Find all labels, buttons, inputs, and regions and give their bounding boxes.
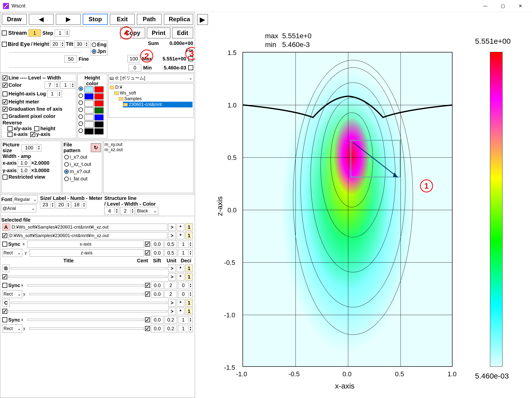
restricted-checkbox[interactable]: [2, 175, 8, 180]
picsize-section: Picture size 100▲▼ Width - amp x-axis 1.…: [0, 139, 195, 194]
heightlog-checkbox[interactable]: [2, 91, 8, 96]
prev-button[interactable]: ◀: [29, 14, 54, 25]
struct-width[interactable]: 2▲▼: [120, 207, 135, 215]
max-scale[interactable]: 100: [128, 55, 140, 62]
color-radio-2[interactable]: [78, 93, 83, 98]
color-radio-7[interactable]: [78, 128, 83, 133]
file-list[interactable]: m_xy.out m_xz.out: [103, 141, 194, 193]
file-item[interactable]: m_xy.out: [104, 142, 192, 147]
rev-h-checkbox[interactable]: [34, 126, 39, 131]
colorbar: [490, 52, 502, 367]
tilt-label: Tilt: [66, 41, 73, 47]
z-axis-label: z-axis: [216, 196, 224, 216]
step-spinner[interactable]: 1▲▼: [55, 29, 70, 37]
color-checkbox[interactable]: [2, 83, 8, 88]
heightlog-spinner[interactable]: 1▲▼: [47, 90, 62, 97]
rev-x-checkbox[interactable]: [8, 132, 12, 137]
pattern-radio-1[interactable]: [64, 155, 69, 159]
height-spinner[interactable]: 20▲▼: [50, 40, 65, 48]
min-scale[interactable]: 0: [129, 64, 141, 71]
birdeye-row: Bird Eye / Height 20▲▼ Tilt 30▲▼ 50 Fine…: [0, 39, 195, 72]
print-button[interactable]: Print: [147, 27, 170, 38]
star-button[interactable]: *: [177, 223, 184, 231]
eng-radio[interactable]: [92, 42, 96, 47]
yaxis-amp[interactable]: 1.0: [18, 167, 30, 174]
font-family-select[interactable]: @Arial⌄: [1, 204, 36, 212]
drive-select[interactable]: 🖴 d: [ボリューム]⌄: [108, 74, 194, 82]
color-radio-4[interactable]: [78, 107, 83, 112]
pattern-radio-4[interactable]: [64, 177, 69, 181]
stream-checkbox[interactable]: [2, 30, 7, 35]
sum-label: Sum: [148, 40, 159, 46]
selected-section: Selected file A D:¥Ws_soft¥Samples¥23060…: [0, 216, 195, 398]
color-radio-5[interactable]: [78, 114, 83, 119]
line-checkbox[interactable]: [2, 75, 8, 80]
gradline-checkbox[interactable]: [2, 107, 8, 112]
maximize-button[interactable]: ▢: [494, 0, 512, 12]
rev-y-checkbox[interactable]: [30, 132, 35, 137]
struct-level[interactable]: 4▲▼: [104, 207, 119, 215]
file-tag-a: A: [2, 223, 10, 231]
gt-button[interactable]: >: [168, 223, 176, 231]
structure-line: [243, 52, 452, 366]
height-label: Height: [34, 41, 49, 47]
app-logo-icon: [3, 3, 9, 9]
jpn-radio[interactable]: [92, 49, 96, 54]
picsize-spinner[interactable]: 100▲▼: [22, 144, 41, 151]
callout-1: 1: [420, 179, 433, 192]
folder-icon: [123, 103, 128, 106]
color-swatch[interactable]: [84, 86, 94, 92]
file-a-path[interactable]: D:¥Ws_soft¥Samples¥230601-cnt&mnt¥i_xz.o…: [11, 224, 167, 231]
file-item[interactable]: m_xz.out: [104, 147, 192, 152]
pattern-radio-2[interactable]: [64, 162, 69, 167]
line-width-spinner[interactable]: 1▲▼: [60, 81, 75, 89]
fine-value[interactable]: 50: [64, 55, 77, 63]
next-button[interactable]: ▶: [56, 14, 81, 25]
selection-arrow-icon: [350, 140, 403, 182]
rev-xy-checkbox[interactable]: [8, 126, 12, 131]
stream-value[interactable]: 1: [28, 29, 41, 37]
gradpixel-checkbox[interactable]: [2, 114, 8, 119]
min-fix-checkbox[interactable]: [188, 65, 193, 70]
sum-value: 0.000e+00: [161, 40, 193, 46]
refresh-button[interactable]: ↻: [91, 143, 101, 152]
font-numb-size[interactable]: 20▲▼: [56, 201, 70, 208]
window-title: Wscnt: [12, 3, 26, 9]
min-label: Min: [143, 65, 152, 71]
color-palette: [78, 86, 106, 134]
unit-a[interactable]: 1: [185, 223, 193, 231]
file-a2-checkbox[interactable]: [2, 233, 7, 238]
color-radio-3[interactable]: [78, 100, 83, 105]
file-a2-path[interactable]: D:¥Ws_soft¥Samples¥230601-cnt&mnt¥m_xz.o…: [8, 232, 167, 239]
heightmeter-checkbox[interactable]: [2, 99, 8, 104]
line-level-spinner[interactable]: 7▲▼: [44, 81, 59, 89]
exit-button[interactable]: Exit: [110, 14, 135, 25]
path-button[interactable]: Path: [137, 14, 162, 25]
plot-box[interactable]: [242, 52, 452, 367]
titlebar: Wscnt — ▢ ✕: [0, 0, 532, 12]
color-radio-1[interactable]: [78, 86, 83, 91]
rect-select-a[interactable]: Rect⌄: [2, 249, 22, 257]
close-button[interactable]: ✕: [512, 0, 529, 12]
pattern-radio-3[interactable]: [64, 169, 69, 174]
folder-tree[interactable]: D:¥ Ws_soft Samples 230601-cnt&mnt: [108, 83, 194, 118]
font-label-size[interactable]: 23▲▼: [40, 201, 55, 208]
play-button[interactable]: ▶: [197, 14, 208, 25]
colorbar-bottom: 5.460e-03: [475, 372, 509, 380]
tree-item: Ws_soft: [114, 90, 192, 96]
color-radio-6[interactable]: [78, 121, 83, 126]
minimize-button[interactable]: —: [476, 0, 494, 12]
xaxis-amp[interactable]: 1.0: [18, 159, 30, 167]
birdeye-checkbox[interactable]: [2, 42, 7, 47]
toolbar-row-1: Draw ◀ ▶ Stop Exit Path Replica: [0, 12, 195, 26]
edit-button[interactable]: Edit: [172, 27, 193, 38]
font-meter-size[interactable]: 18▲▼: [72, 201, 86, 208]
file-tag-b: B: [2, 265, 10, 272]
replica-button[interactable]: Replica: [164, 14, 193, 25]
draw-button[interactable]: Draw: [2, 14, 27, 25]
sync-a-checkbox[interactable]: [2, 242, 7, 247]
font-style-select[interactable]: Regular⌄: [13, 195, 38, 203]
struct-color[interactable]: Black⌄: [136, 207, 158, 215]
tilt-spinner[interactable]: 30▲▼: [74, 40, 89, 48]
stop-button[interactable]: Stop: [83, 14, 108, 25]
